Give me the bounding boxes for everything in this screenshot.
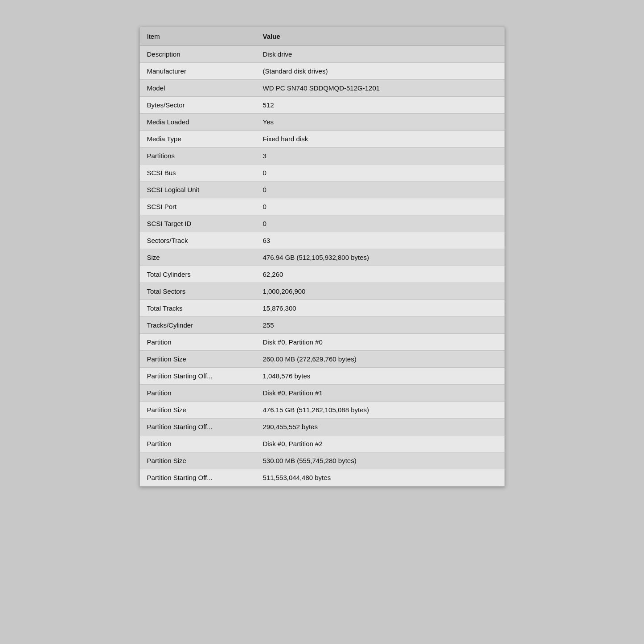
row-value: 1,000,206,900: [256, 283, 505, 300]
row-item: Partition Starting Off...: [140, 469, 256, 486]
table-row: Sectors/Track63: [140, 232, 505, 249]
disk-info-table: Item Value DescriptionDisk driveManufact…: [140, 27, 505, 486]
row-item: Partition Starting Off...: [140, 418, 256, 435]
row-item: Partitions: [140, 148, 256, 164]
row-item: Partition Starting Off...: [140, 368, 256, 385]
row-value: 511,553,044,480 bytes: [256, 469, 505, 486]
table-row: Manufacturer(Standard disk drives): [140, 63, 505, 80]
row-value: 63: [256, 232, 505, 249]
row-value: 260.00 MB (272,629,760 bytes): [256, 351, 505, 368]
row-item: Partition Size: [140, 402, 256, 418]
row-value: 512: [256, 97, 505, 114]
table-row: SCSI Bus0: [140, 164, 505, 181]
row-item: Total Sectors: [140, 283, 256, 300]
row-value: 476.15 GB (511,262,105,088 bytes): [256, 402, 505, 418]
row-item: Model: [140, 80, 256, 97]
row-value: WD PC SN740 SDDQMQD-512G-1201: [256, 80, 505, 97]
row-value: 1,048,576 bytes: [256, 368, 505, 385]
row-item: Partition Size: [140, 351, 256, 368]
row-value: 0: [256, 198, 505, 215]
row-item: SCSI Target ID: [140, 215, 256, 232]
header-item: Item: [140, 27, 256, 46]
table-row: Partition Starting Off...1,048,576 bytes: [140, 368, 505, 385]
row-value: Fixed hard disk: [256, 131, 505, 148]
row-value: (Standard disk drives): [256, 63, 505, 80]
row-item: Total Tracks: [140, 300, 256, 317]
row-item: Media Loaded: [140, 114, 256, 131]
info-table-container: Item Value DescriptionDisk driveManufact…: [139, 27, 505, 487]
row-value: Disk #0, Partition #0: [256, 334, 505, 351]
row-value: 476.94 GB (512,105,932,800 bytes): [256, 249, 505, 266]
header-value: Value: [256, 27, 505, 46]
row-item: Tracks/Cylinder: [140, 317, 256, 334]
table-row: Tracks/Cylinder255: [140, 317, 505, 334]
row-item: Partition: [140, 435, 256, 452]
table-row: Media TypeFixed hard disk: [140, 131, 505, 148]
row-item: Sectors/Track: [140, 232, 256, 249]
table-row: Size476.94 GB (512,105,932,800 bytes): [140, 249, 505, 266]
row-value: 530.00 MB (555,745,280 bytes): [256, 452, 505, 469]
row-value: Disk drive: [256, 46, 505, 63]
table-row: Media LoadedYes: [140, 114, 505, 131]
row-item: Size: [140, 249, 256, 266]
table-row: Bytes/Sector512: [140, 97, 505, 114]
row-item: Partition Size: [140, 452, 256, 469]
row-value: Disk #0, Partition #1: [256, 385, 505, 402]
table-row: SCSI Logical Unit0: [140, 181, 505, 198]
table-row: PartitionDisk #0, Partition #2: [140, 435, 505, 452]
row-value: 0: [256, 215, 505, 232]
row-value: 62,260: [256, 266, 505, 283]
row-item: SCSI Bus: [140, 164, 256, 181]
table-row: Partition Size530.00 MB (555,745,280 byt…: [140, 452, 505, 469]
row-value: 3: [256, 148, 505, 164]
row-item: Partition: [140, 334, 256, 351]
table-row: PartitionDisk #0, Partition #1: [140, 385, 505, 402]
row-item: Bytes/Sector: [140, 97, 256, 114]
row-item: Partition: [140, 385, 256, 402]
row-value: Disk #0, Partition #2: [256, 435, 505, 452]
row-item: Media Type: [140, 131, 256, 148]
table-row: PartitionDisk #0, Partition #0: [140, 334, 505, 351]
table-row: DescriptionDisk drive: [140, 46, 505, 63]
table-row: SCSI Port0: [140, 198, 505, 215]
table-row: Total Sectors1,000,206,900: [140, 283, 505, 300]
row-value: 290,455,552 bytes: [256, 418, 505, 435]
table-header: Item Value: [140, 27, 505, 46]
table-row: Total Tracks15,876,300: [140, 300, 505, 317]
table-row: ModelWD PC SN740 SDDQMQD-512G-1201: [140, 80, 505, 97]
row-item: Description: [140, 46, 256, 63]
table-row: Partition Starting Off...290,455,552 byt…: [140, 418, 505, 435]
table-row: Partition Size476.15 GB (511,262,105,088…: [140, 402, 505, 418]
table-row: Partition Starting Off...511,553,044,480…: [140, 469, 505, 486]
row-value: Yes: [256, 114, 505, 131]
table-row: Total Cylinders62,260: [140, 266, 505, 283]
table-body: DescriptionDisk driveManufacturer(Standa…: [140, 46, 505, 486]
row-value: 0: [256, 164, 505, 181]
row-item: SCSI Port: [140, 198, 256, 215]
row-value: 0: [256, 181, 505, 198]
row-value: 15,876,300: [256, 300, 505, 317]
row-item: SCSI Logical Unit: [140, 181, 256, 198]
table-row: Partition Size260.00 MB (272,629,760 byt…: [140, 351, 505, 368]
row-value: 255: [256, 317, 505, 334]
row-item: Total Cylinders: [140, 266, 256, 283]
row-item: Manufacturer: [140, 63, 256, 80]
table-row: SCSI Target ID0: [140, 215, 505, 232]
table-row: Partitions3: [140, 148, 505, 164]
